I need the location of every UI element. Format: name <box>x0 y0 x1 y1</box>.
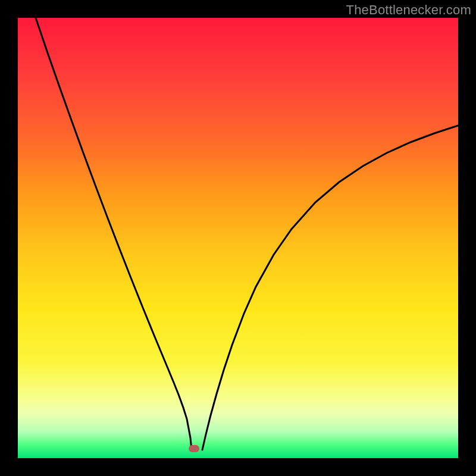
chart-frame: TheBottlenecker.com <box>0 0 476 476</box>
watermark-text: TheBottlenecker.com <box>346 2 471 18</box>
plot-area <box>18 18 458 458</box>
optimal-point-marker <box>189 445 199 452</box>
bottleneck-curve <box>18 18 458 458</box>
